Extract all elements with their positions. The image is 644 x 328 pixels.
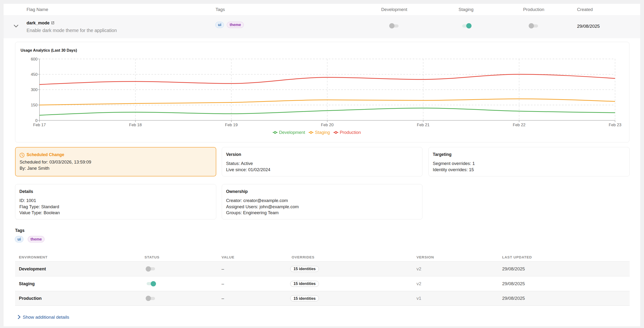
- svg-text:150: 150: [31, 103, 38, 107]
- svg-text:600: 600: [31, 57, 38, 61]
- svg-text:0: 0: [36, 118, 38, 123]
- svg-text:450: 450: [31, 72, 38, 77]
- svg-text:Feb 20: Feb 20: [321, 123, 334, 127]
- svg-text:Feb 19: Feb 19: [225, 123, 238, 127]
- svg-text:Feb 23: Feb 23: [609, 123, 622, 127]
- svg-text:300: 300: [31, 87, 38, 92]
- svg-text:Feb 18: Feb 18: [129, 123, 142, 127]
- svg-text:Feb 22: Feb 22: [513, 123, 526, 127]
- svg-text:Feb 17: Feb 17: [33, 123, 46, 127]
- svg-text:Feb 21: Feb 21: [417, 123, 430, 127]
